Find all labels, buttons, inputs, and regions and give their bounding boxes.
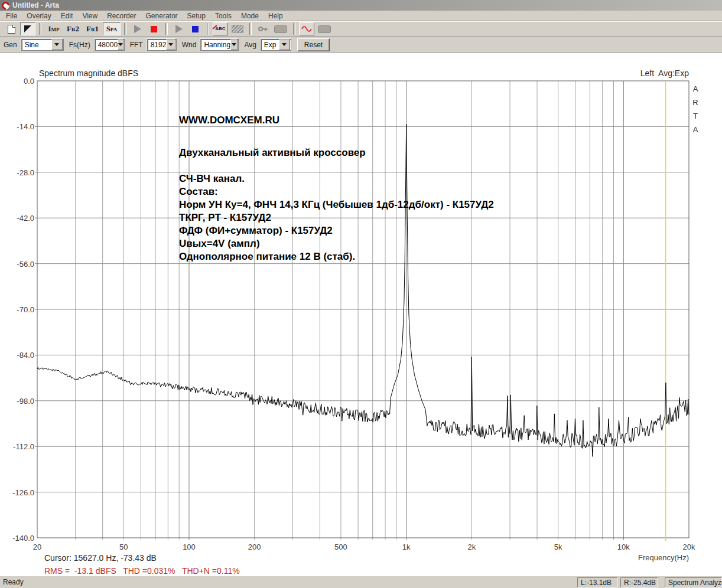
menu-item-help[interactable]: Help [264,11,288,21]
pill-icon [274,25,287,33]
sine-wave-icon [301,25,312,32]
toolbar-separator [39,23,41,35]
pill-icon [318,25,331,33]
toolbar-separator [249,23,252,35]
x-axis-title: Frequency(Hz) [638,553,689,562]
combo-dropdown-button[interactable] [51,40,63,50]
combo-dropdown-button[interactable] [279,40,290,50]
chevron-down-icon [118,43,123,46]
annotation-line: ФДФ (ФИ+сумматор) - К157УД2 [179,224,494,237]
arta-watermark: A R T A [691,82,700,136]
plot-annotation: WWW.DOMCXEM.RUДвухканальный активный кро… [179,114,494,263]
annotation-line: Двухканальный активный кроссовер [179,146,494,159]
disabled-tool-button [316,22,333,35]
triangle-icon [24,25,31,32]
toolbar-separator [207,23,209,35]
key-icon [258,26,268,32]
stop-icon [151,26,157,32]
chevron-down-icon [232,43,236,46]
annotation-line: Однополярное питание 12 В (стаб). [179,250,494,263]
disabled-tool-button [272,22,290,35]
title-bar: Untitled - Arta [0,0,722,11]
y-tick-label: -126.0 [4,488,34,497]
annotation-line: Состав: [179,185,494,198]
wnd-combo[interactable]: Hanning [200,39,239,51]
avg-combo[interactable]: Exp [261,39,291,51]
fs-combo-value: 48000 [95,41,118,49]
x-tick-label: 10k [617,543,630,551]
x-tick-label: 1k [402,543,411,551]
toolbar-separator [124,23,126,35]
x-tick-label: 50 [119,543,128,551]
menu-item-setup[interactable]: Setup [183,11,210,21]
status-mode: Spectrum Analyzer [665,577,721,587]
abc-icon: ABC [215,26,225,32]
toolbar-settings: GenSineFs(Hz)48000FFT8192WndHanningAvgEx… [0,37,722,52]
status-ready: Ready [3,578,24,586]
annotation-line: ТКРГ, РТ - К157УД2 [179,211,494,224]
y-tick-label: -140.0 [4,534,34,543]
wnd-combo-value: Hanning [201,41,230,49]
toolbar-separator [293,23,295,35]
gen-combo[interactable]: Sine [21,39,64,51]
menu-item-file[interactable]: File [1,11,22,21]
window-title: Untitled - Arta [12,1,59,9]
annotation-line: Uвых=4V (ампл) [179,237,494,250]
spectrum-plot-panel: Spectrum magnitude dBFS Left Avg:Exp A R… [0,53,722,576]
reset-button[interactable]: Reset [297,38,330,51]
menu-item-overlay[interactable]: Overlay [22,11,56,21]
fft-combo-value: 8192 [148,41,167,49]
cursor-readout: Cursor: 15627.0 Hz, -73.43 dB [44,553,157,563]
generator-stop-button[interactable] [188,22,203,35]
thd-measurements: RMS = -13.1 dBFS THD =0.031% THD+N =0.11… [44,566,240,576]
menu-item-generator[interactable]: Generator [141,11,183,21]
combo-dropdown-button[interactable] [166,40,175,50]
menu-item-view[interactable]: View [77,11,102,21]
play-icon [175,25,183,33]
x-tick-label: 20k [683,543,695,551]
annotation-line: СЧ-ВЧ канал. [179,172,494,185]
menu-item-mode[interactable]: Mode [236,11,264,21]
arta-app-icon [0,0,11,11]
x-tick-label: 100 [183,543,196,551]
chevron-down-icon [282,43,287,46]
annotation-line: Норм УН Ку=4, ФНЧ 14,3 КГц (Чебышев 1дб-… [179,198,494,211]
mode-button-fr1[interactable]: Fr1 [83,22,102,35]
y-tick-label: -14.0 [4,122,34,131]
scaling-tool-button[interactable] [20,22,35,35]
gen-label: Gen [4,41,17,49]
mode-button-spa[interactable]: Spa [103,22,121,35]
fft-combo[interactable]: 8192 [147,39,177,51]
status-right-level: R:-25.4dB [620,577,658,587]
combo-dropdown-button[interactable] [118,40,123,50]
status-bar: Ready L:-13.1dB R:-25.4dB Spectrum Analy… [0,576,722,588]
record-stop-button[interactable] [147,22,162,35]
calibration-button[interactable] [255,22,271,35]
signal-generator-button[interactable] [299,22,314,35]
y-tick-label: -56.0 [4,260,34,269]
x-tick-label: 500 [334,543,347,551]
y-tick-label: 0.0 [4,77,34,86]
wnd-label: Wnd [182,41,197,49]
fs-combo[interactable]: 48000 [95,39,125,51]
fs-label: Fs(Hz) [69,41,90,49]
menu-item-edit[interactable]: Edit [56,11,78,21]
mode-button-imp[interactable]: Imp [45,22,63,35]
menu-item-recorder[interactable]: Recorder [102,11,141,21]
status-left-level: L:-13.1dB [577,577,617,587]
labels-toggle-button[interactable]: ABC [213,22,228,35]
record-start-button[interactable] [130,22,145,35]
combo-dropdown-button[interactable] [230,40,238,50]
generator-start-button[interactable] [171,22,187,35]
menu-item-tools[interactable]: Tools [210,11,236,21]
x-tick-label: 2k [467,543,476,551]
y-tick-label: -28.0 [4,168,34,177]
new-file-button[interactable] [4,22,19,35]
overlay-button[interactable] [229,22,246,35]
y-tick-label: -112.0 [4,442,34,451]
x-tick-label: 200 [248,543,261,551]
mode-button-fr2[interactable]: Fr2 [64,22,82,35]
chevron-down-icon [168,43,173,46]
toolbar-main: ImpFr2Fr1Spa ABC [0,22,722,36]
toolbar-separator [165,23,168,35]
